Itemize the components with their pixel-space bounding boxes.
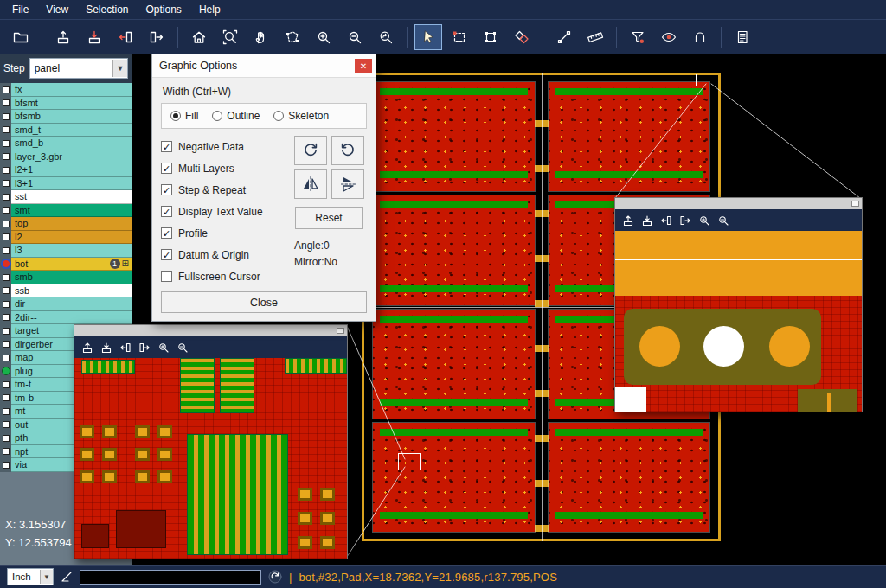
layer-name[interactable]: smd_b	[11, 137, 132, 150]
close-icon[interactable]: ✕	[355, 59, 372, 73]
layer-name[interactable]: bfsmb	[11, 110, 132, 124]
layer-row-bfsmt[interactable]: bfsmt	[0, 97, 132, 111]
checkbox-negative-data[interactable]: ✓Negative Data	[161, 136, 291, 157]
layer-row-layer_3.gbr[interactable]: layer_3.gbr	[0, 150, 132, 164]
layer-row-ssb[interactable]: ssb	[0, 284, 132, 298]
layer-row-bot[interactable]: bot1⊞	[0, 258, 132, 272]
layer-checkbox[interactable]	[0, 83, 11, 97]
zoom-previous-button[interactable]	[372, 24, 400, 50]
checkbox-display-text-value[interactable]: ✓Display Text Value	[161, 201, 291, 222]
import-up-icon[interactable]	[622, 214, 634, 227]
import-down-icon[interactable]	[641, 214, 653, 227]
layer-checkbox[interactable]	[0, 97, 11, 111]
layer-row-smb[interactable]: smb	[0, 271, 132, 284]
layer-checkbox[interactable]	[0, 405, 11, 419]
pan-hand-button[interactable]	[247, 24, 275, 50]
layer-row-fx[interactable]: fx	[0, 83, 132, 97]
menu-options[interactable]: Options	[138, 1, 190, 18]
zoom-out-icon[interactable]	[177, 342, 189, 354]
layer-checkbox[interactable]	[0, 271, 11, 284]
layer-name[interactable]: dir	[11, 297, 132, 311]
zoom-in-icon[interactable]	[157, 342, 170, 354]
layer-checkbox[interactable]	[0, 297, 11, 311]
layer-row-smd_b[interactable]: smd_b	[0, 137, 132, 150]
export-right-button[interactable]	[143, 24, 170, 50]
import-down-icon[interactable]	[100, 342, 112, 354]
red-dot-marker[interactable]	[0, 258, 11, 272]
menu-help[interactable]: Help	[190, 1, 229, 18]
command-input[interactable]	[80, 570, 261, 585]
select-region-button[interactable]	[279, 24, 306, 50]
checkbox-multi-layers[interactable]: ✓Multi Layers	[161, 157, 291, 179]
layer-checkbox[interactable]	[0, 458, 11, 472]
import-left-button[interactable]	[112, 24, 139, 50]
mirror-vertical-button[interactable]	[331, 169, 364, 199]
layer-name[interactable]: bfsmt	[11, 97, 132, 111]
menu-file[interactable]: File	[3, 1, 37, 18]
layer-name[interactable]: smd_t	[11, 124, 132, 137]
export-right-icon[interactable]	[138, 342, 151, 354]
layer-name[interactable]: top	[11, 217, 132, 231]
layer-row-l3+1[interactable]: l3+1	[0, 177, 132, 191]
layer-checkbox[interactable]	[0, 177, 11, 191]
layer-checkbox[interactable]	[0, 311, 11, 325]
layer-name[interactable]: ssb	[11, 284, 132, 298]
layer-checkbox[interactable]	[0, 110, 11, 124]
draft-angle-icon[interactable]	[61, 571, 73, 583]
transform-button[interactable]	[477, 24, 504, 50]
layer-checkbox[interactable]	[0, 204, 11, 218]
restore-icon[interactable]	[337, 328, 344, 334]
layer-name[interactable]: l2	[11, 231, 132, 245]
layer-row-l2+1[interactable]: l2+1	[0, 163, 132, 177]
select-rectangle-button[interactable]	[446, 24, 473, 50]
restore-icon[interactable]	[851, 201, 859, 207]
layer-checkbox[interactable]	[0, 163, 11, 177]
layer-checkbox[interactable]	[0, 445, 11, 459]
layer-name[interactable]: l2+1	[11, 163, 132, 177]
layer-name[interactable]: l3	[11, 244, 132, 258]
layer-checkbox[interactable]	[0, 419, 11, 432]
checkbox-datum-origin[interactable]: ✓Datum & Origin	[161, 244, 291, 265]
filter-button[interactable]	[624, 24, 652, 50]
green-dot-marker[interactable]	[0, 365, 11, 379]
measure-ruler-button[interactable]	[581, 24, 609, 50]
layer-row-top[interactable]: top	[0, 217, 132, 231]
close-button[interactable]: Close	[161, 291, 367, 313]
radio-fill[interactable]: Fill	[170, 110, 198, 122]
import-left-icon[interactable]	[660, 214, 672, 227]
checkbox-fullscreen-cursor[interactable]: Fullscreen Cursor	[161, 265, 291, 287]
reset-button[interactable]: Reset	[295, 207, 363, 229]
measure-distance-button[interactable]	[686, 24, 714, 50]
layer-checkbox[interactable]	[0, 231, 11, 245]
rotate-ccw-button[interactable]	[331, 136, 364, 165]
checkbox-step-repeat[interactable]: ✓Step & Repeat	[161, 179, 291, 201]
layer-row-l2[interactable]: l2	[0, 231, 132, 245]
radio-outline[interactable]: Outline	[212, 110, 260, 122]
layer-checkbox[interactable]	[0, 137, 11, 150]
layer-checkbox[interactable]	[0, 431, 11, 445]
zoom-in-icon[interactable]	[698, 214, 710, 227]
layer-checkbox[interactable]	[0, 324, 11, 338]
compare-layers-button[interactable]	[508, 24, 536, 50]
layer-name[interactable]: sst	[11, 190, 132, 204]
chevron-down-icon[interactable]: ▼	[40, 570, 53, 584]
layer-row-l3[interactable]: l3	[0, 244, 132, 258]
layer-name[interactable]: bot1⊞	[11, 258, 132, 272]
report-button[interactable]	[729, 24, 756, 50]
import-left-icon[interactable]	[119, 342, 132, 354]
import-up-icon[interactable]	[81, 342, 93, 354]
refresh-icon[interactable]	[268, 570, 282, 584]
checkbox-profile[interactable]: ✓Profile	[161, 222, 291, 244]
layer-row-smt[interactable]: smt	[0, 204, 132, 218]
view-eye-button[interactable]	[655, 24, 683, 50]
zoom-out-button[interactable]	[341, 24, 369, 50]
open-folder-button[interactable]	[7, 24, 35, 50]
layer-name[interactable]: smt	[11, 204, 132, 218]
dialog-titlebar[interactable]: Graphic Options ✕	[152, 54, 376, 78]
layer-name[interactable]: layer_3.gbr	[11, 150, 132, 164]
layer-checkbox[interactable]	[0, 378, 11, 392]
layer-checkbox[interactable]	[0, 190, 11, 204]
menu-view[interactable]: View	[37, 1, 77, 18]
layer-name[interactable]: fx	[11, 83, 132, 97]
layer-checkbox[interactable]	[0, 217, 11, 231]
